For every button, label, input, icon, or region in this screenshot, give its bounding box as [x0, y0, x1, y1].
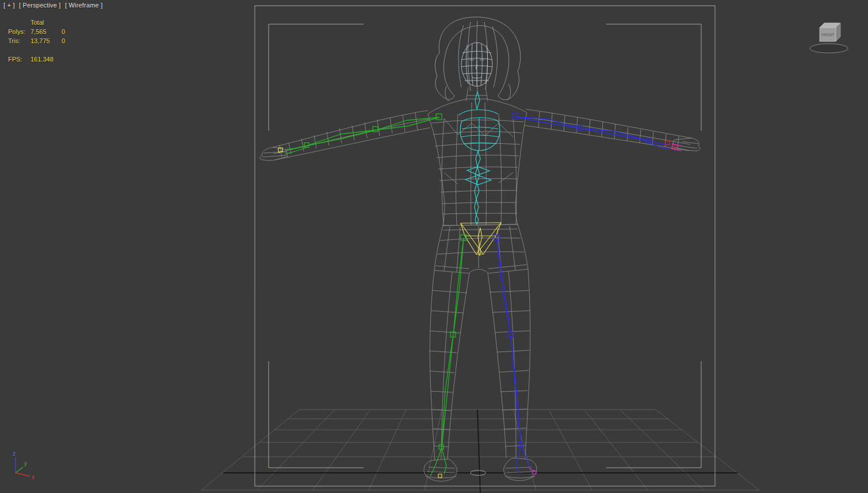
stats-header-total: Total	[30, 19, 44, 26]
spine-bones	[459, 92, 500, 224]
stats-polys-delta: 0	[62, 28, 65, 35]
axis-label-z: z	[13, 450, 16, 457]
viewport-label-bar: [ + ] [ Perspective ] [ Wireframe ]	[3, 2, 105, 9]
viewcube-compass-ring[interactable]	[810, 44, 848, 53]
left-foot-tip	[438, 474, 442, 477]
viewcube-front-label: FRONT	[821, 33, 834, 37]
left-leg-bones	[430, 235, 466, 476]
stats-polys-value: 7,565	[30, 28, 47, 35]
stats-fps-value: 161.348	[30, 56, 53, 63]
body-mesh	[260, 87, 700, 481]
left-arm-bones	[285, 114, 442, 154]
stats-tris-label: Tris:	[8, 37, 20, 44]
scene-3d[interactable]: z x y	[0, 0, 868, 493]
viewport-menu-general[interactable]: [ + ]	[3, 2, 15, 9]
hair-mesh	[435, 17, 521, 101]
viewport-menu-pov[interactable]: [ Perspective ]	[19, 2, 61, 9]
stats-tris-value: 13,775	[30, 37, 50, 44]
axis-tripod: z x y	[13, 450, 35, 480]
safe-frame	[255, 6, 715, 486]
grid-axes	[223, 410, 737, 493]
stats-fps-label: FPS:	[8, 56, 22, 63]
right-leg-bones	[494, 235, 530, 473]
viewcube[interactable]: FRONT	[802, 15, 858, 56]
perspective-viewport[interactable]: z x y [ + ] [ Perspective ] [ Wireframe …	[0, 0, 868, 493]
stats-tris-delta: 0	[62, 37, 65, 44]
face-mesh	[461, 43, 492, 86]
viewport-menu-shading[interactable]: [ Wireframe ]	[65, 2, 103, 9]
character-model[interactable]	[260, 17, 700, 481]
skeleton-rig	[278, 92, 682, 477]
viewport-statistics: Total Polys: 7,565 0 Tris: 13,775 0 FPS:…	[8, 19, 123, 71]
stats-polys-label: Polys:	[8, 28, 25, 35]
axis-label-y: y	[24, 460, 27, 467]
axis-label-x: x	[32, 474, 35, 480]
